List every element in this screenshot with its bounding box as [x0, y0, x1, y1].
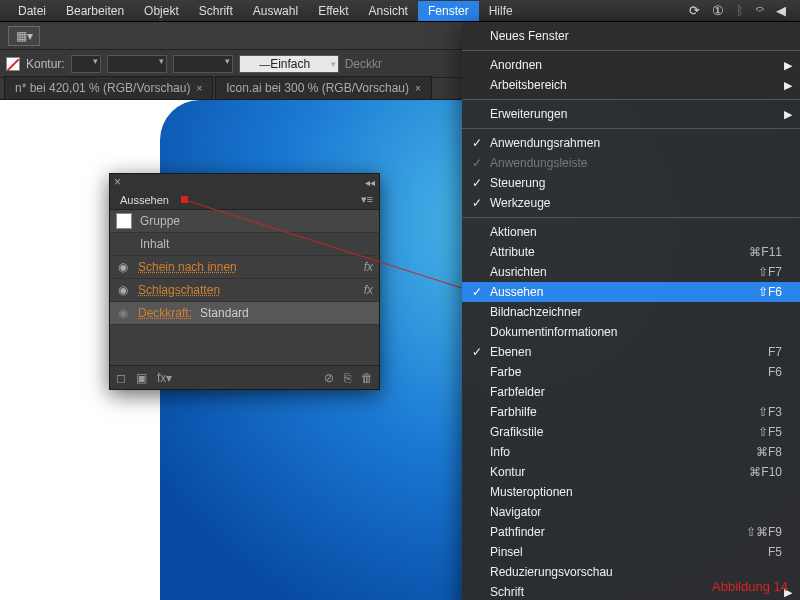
close-tab-icon[interactable]: ×	[415, 83, 421, 94]
shortcut-label: F7	[768, 345, 782, 359]
menu-item-label: Anwendungsrahmen	[490, 136, 782, 150]
menu-item[interactable]: Info⌘F8	[462, 442, 800, 462]
menu-item[interactable]: Navigator	[462, 502, 800, 522]
menu-item-label: Info	[490, 445, 756, 459]
effect-label[interactable]: Schein nach innen	[138, 260, 356, 274]
menu-item[interactable]: FarbeF6	[462, 362, 800, 382]
menu-hilfe[interactable]: Hilfe	[479, 1, 523, 21]
appearance-target-row[interactable]: Gruppe	[110, 210, 379, 233]
menu-item-label: Steuerung	[490, 176, 782, 190]
menu-item[interactable]: ✓EbenenF7	[462, 342, 800, 362]
bluetooth-icon[interactable]: ᛒ	[730, 3, 750, 18]
check-icon: ✓	[472, 285, 482, 299]
menu-item-label: Pinsel	[490, 545, 768, 559]
menu-objekt[interactable]: Objekt	[134, 1, 189, 21]
panel-titlebar[interactable]: × ◂◂	[110, 174, 379, 190]
menu-auswahl[interactable]: Auswahl	[243, 1, 308, 21]
menu-datei[interactable]: Datei	[8, 1, 56, 21]
menu-item[interactable]: Dokumentinformationen	[462, 322, 800, 342]
menu-item[interactable]: Erweiterungen▶	[462, 104, 800, 124]
effect-label[interactable]: Schlagschatten	[138, 283, 356, 297]
menu-item[interactable]: Musteroptionen	[462, 482, 800, 502]
check-icon: ✓	[472, 345, 482, 359]
kontur-label: Kontur:	[26, 57, 65, 71]
clear-icon[interactable]: ⊘	[324, 371, 334, 385]
panel-tab[interactable]: Aussehen	[116, 191, 173, 209]
new-stroke-icon[interactable]: ▣	[136, 371, 147, 385]
menu-item[interactable]: ✓Werkzeuge	[462, 193, 800, 213]
check-icon: ✓	[472, 136, 482, 150]
panel-menu-icon[interactable]: ▾≡	[361, 193, 373, 206]
visibility-icon[interactable]: ◉	[116, 260, 130, 274]
menu-item[interactable]: ✓Steuerung	[462, 173, 800, 193]
menu-effekt[interactable]: Effekt	[308, 1, 358, 21]
opacity-label[interactable]: Deckkraft:	[138, 306, 192, 320]
menu-item-label: Grafikstile	[490, 425, 758, 439]
menu-item[interactable]: Arbeitsbereich▶	[462, 75, 800, 95]
menu-item-label: Erweiterungen	[490, 107, 782, 121]
close-icon[interactable]: ×	[114, 175, 121, 189]
fx-menu-icon[interactable]: fx▾	[157, 371, 172, 385]
close-tab-icon[interactable]: ×	[196, 83, 202, 94]
layout-button[interactable]: ▦▾	[8, 26, 40, 46]
menu-schrift[interactable]: Schrift	[189, 1, 243, 21]
menu-item[interactable]: Bildnachzeichner	[462, 302, 800, 322]
menu-item-label: Anwendungsleiste	[490, 156, 782, 170]
fx-icon[interactable]: fx	[364, 260, 373, 274]
shortcut-label: ⌘F8	[756, 445, 782, 459]
menu-separator	[462, 217, 800, 218]
effect-row[interactable]: ◉ Schein nach innen fx	[110, 256, 379, 279]
menu-item[interactable]: PinselF5	[462, 542, 800, 562]
document-tab[interactable]: n* bei 420,01 % (RGB/Vorschau)×	[4, 76, 213, 99]
visibility-icon[interactable]: ◉	[116, 306, 130, 320]
menu-item[interactable]: Aktionen	[462, 222, 800, 242]
menu-item[interactable]: Anordnen▶	[462, 55, 800, 75]
menu-item[interactable]: Grafikstile⇧F5	[462, 422, 800, 442]
menu-item[interactable]: Kontur⌘F10	[462, 462, 800, 482]
wifi-icon[interactable]: ⌔	[750, 3, 770, 18]
shortcut-label: ⇧⌘F9	[746, 525, 782, 539]
menu-item-label: Ebenen	[490, 345, 768, 359]
menu-ansicht[interactable]: Ansicht	[359, 1, 418, 21]
menu-item[interactable]: Neues Fenster	[462, 26, 800, 46]
new-fill-icon[interactable]: ◻	[116, 371, 126, 385]
figure-caption: Abbildung 14	[712, 579, 788, 594]
fill-swatch[interactable]	[6, 57, 20, 71]
deckkr-label: Deckkr	[345, 57, 382, 71]
document-tab[interactable]: Icon.ai bei 300 % (RGB/Vorschau)×	[215, 76, 432, 99]
menu-fenster[interactable]: Fenster	[418, 1, 479, 21]
collapse-icon[interactable]: ◂◂	[365, 177, 375, 188]
menu-item[interactable]: Ausrichten⇧F7	[462, 262, 800, 282]
fx-icon[interactable]: fx	[364, 283, 373, 297]
shortcut-label: F6	[768, 365, 782, 379]
menu-item[interactable]: ✓Anwendungsrahmen	[462, 133, 800, 153]
duplicate-icon[interactable]: ⎘	[344, 371, 351, 385]
menu-item-label: Neues Fenster	[490, 29, 782, 43]
opacity-row[interactable]: ◉ Deckkraft: Standard	[110, 302, 379, 325]
stroke-width2-dropdown[interactable]	[173, 55, 233, 73]
shortcut-label: ⌘F10	[749, 465, 782, 479]
menu-item[interactable]: Pathfinder⇧⌘F9	[462, 522, 800, 542]
stroke-width-dropdown[interactable]	[107, 55, 167, 73]
menu-item-label: Ausrichten	[490, 265, 758, 279]
menu-item[interactable]: ✓Aussehen⇧F6	[462, 282, 800, 302]
visibility-icon[interactable]: ◉	[116, 283, 130, 297]
panel-footer: ◻ ▣ fx▾ ⊘ ⎘ 🗑	[110, 365, 379, 389]
menu-item[interactable]: Farbhilfe⇧F3	[462, 402, 800, 422]
shortcut-label: F5	[768, 545, 782, 559]
menu-item[interactable]: Farbfelder	[462, 382, 800, 402]
stroke-weight-dropdown[interactable]	[71, 55, 101, 73]
sync-icon[interactable]: ⟳	[683, 3, 706, 18]
menu-item[interactable]: Attribute⌘F11	[462, 242, 800, 262]
contents-row[interactable]: Inhalt	[110, 233, 379, 256]
stroke-profile-dropdown[interactable]: — Einfach	[239, 55, 339, 73]
notification-icon[interactable]: ①	[706, 3, 730, 18]
trash-icon[interactable]: 🗑	[361, 371, 373, 385]
menu-bearbeiten[interactable]: Bearbeiten	[56, 1, 134, 21]
volume-icon[interactable]: ◀	[770, 3, 792, 18]
menu-item-label: Attribute	[490, 245, 749, 259]
shortcut-label: ⇧F3	[758, 405, 782, 419]
submenu-arrow-icon: ▶	[784, 108, 792, 121]
effect-row[interactable]: ◉ Schlagschatten fx	[110, 279, 379, 302]
menubar: Datei Bearbeiten Objekt Schrift Auswahl …	[0, 0, 800, 22]
